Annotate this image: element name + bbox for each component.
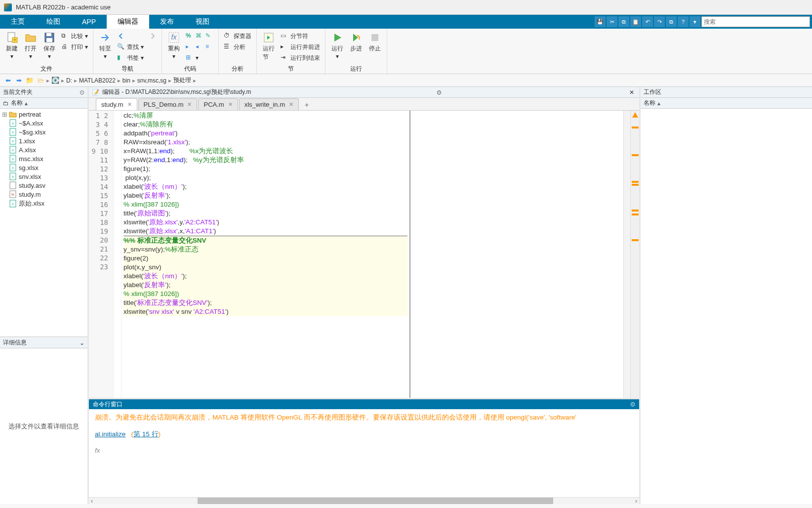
vertical-scrollbar[interactable]	[623, 111, 630, 398]
goto-button[interactable]: 转至▾	[96, 31, 114, 64]
workspace-body[interactable]	[641, 109, 812, 504]
save-button[interactable]: 保存▾	[41, 31, 58, 64]
file-row[interactable]: x1.xlsx	[0, 136, 87, 145]
tab-plots[interactable]: 绘图	[36, 15, 71, 29]
file-column-header[interactable]: 🗀 名称 ▴	[0, 98, 87, 109]
warning-mark[interactable]	[632, 239, 639, 241]
chevron-down-icon[interactable]: ⌄	[80, 339, 84, 346]
print-button[interactable]: 🖨打印▾	[59, 42, 90, 52]
drive-icon[interactable]: 💽	[50, 76, 60, 85]
tab-editor[interactable]: 编辑器	[107, 15, 149, 29]
find-button[interactable]: 🔍查找▾	[115, 42, 146, 52]
cut-icon[interactable]: ✂	[607, 16, 617, 27]
tab-home[interactable]: 主页	[0, 15, 36, 29]
undo-icon[interactable]: ↶	[642, 16, 653, 27]
nav-up-icon[interactable]: 📁	[25, 76, 35, 85]
file-row[interactable]: xsg.xlsx	[0, 163, 87, 172]
tab-apps[interactable]: APP	[71, 15, 107, 29]
command-horizontal-scrollbar[interactable]: ‹ ›	[89, 497, 639, 504]
editor-tab-pca[interactable]: PCA.m✕	[198, 98, 238, 110]
file-row[interactable]: x~$sg.xlsx	[0, 127, 87, 136]
path-drive[interactable]: D:	[65, 77, 73, 84]
file-tree[interactable]: ⊞pertreatx~$A.xlsxx~$sg.xlsxx1.xlsxxA.xl…	[0, 109, 87, 336]
search-input[interactable]	[701, 16, 810, 27]
file-row[interactable]: ⊞pertreat	[0, 110, 87, 119]
step-button[interactable]: 步进	[347, 31, 365, 64]
file-row[interactable]: xA.xlsx	[0, 145, 87, 154]
run-advance-button[interactable]: ▸运行并前进	[279, 42, 322, 52]
command-link-initialize[interactable]: al.initialize	[95, 430, 125, 438]
run-button[interactable]: 运行▾	[328, 31, 346, 64]
new-button[interactable]: +新建▾	[3, 31, 21, 64]
file-row[interactable]: fxstudy.m	[0, 190, 87, 199]
tab-view[interactable]: 视图	[185, 15, 220, 29]
command-prompt-icon[interactable]: fx	[95, 447, 633, 454]
warn-summary-icon[interactable]	[632, 112, 639, 119]
dropdown-icon[interactable]: ▾	[690, 16, 700, 27]
workspace-column-header[interactable]: 名称 ▴	[641, 98, 812, 109]
nav-fwd-icon[interactable]: ➡	[14, 76, 24, 85]
path-part-1[interactable]: bin	[122, 77, 131, 84]
add-tab-button[interactable]: +	[300, 99, 314, 110]
fold-column[interactable]	[114, 111, 122, 398]
close-tab-icon[interactable]: ✕	[228, 101, 233, 108]
file-row[interactable]: xmsc.xlsx	[0, 154, 87, 163]
editor-tab-study[interactable]: study.m✕	[96, 98, 137, 110]
file-row[interactable]: x原始.xlsx	[0, 199, 87, 209]
indent-button[interactable]: ▸◂≡	[184, 42, 215, 52]
section-break-button[interactable]: ▭分节符	[279, 31, 322, 42]
editor-tab-xls[interactable]: xls_write_in.m✕	[239, 98, 299, 110]
back-button[interactable]	[115, 31, 146, 42]
editor-split-right[interactable]	[410, 111, 623, 398]
warning-mark[interactable]	[632, 184, 639, 186]
run-section-button[interactable]: 运行 节	[260, 31, 278, 64]
code-warning-ruler[interactable]	[630, 111, 639, 398]
close-tab-icon[interactable]: ✕	[187, 101, 192, 108]
scrollbar-thumb[interactable]	[198, 498, 553, 504]
file-row[interactable]: study.asv	[0, 181, 87, 190]
copy-icon[interactable]: ⧉	[618, 16, 629, 27]
save-icon[interactable]: 💾	[595, 16, 606, 27]
path-part-3[interactable]: 预处理	[172, 76, 192, 85]
analyze-button[interactable]: ☰分析	[222, 42, 253, 52]
panel-menu-icon[interactable]: ⊙	[80, 89, 84, 96]
help-icon[interactable]: ?	[678, 16, 689, 27]
compare-button[interactable]: ⧉比较▾	[59, 31, 90, 42]
warning-mark[interactable]	[632, 210, 639, 212]
panel-menu-icon[interactable]: ⊙	[437, 89, 444, 96]
close-tab-icon[interactable]: ✕	[289, 101, 293, 108]
details-header[interactable]: 详细信息 ⌄	[0, 338, 87, 348]
panel-menu-icon[interactable]: ⊙	[630, 401, 635, 408]
nav-back-icon[interactable]: ⬅	[3, 76, 13, 85]
forward-button[interactable]	[147, 31, 159, 42]
path-part-2[interactable]: snv,msc,sg	[136, 77, 167, 84]
command-window-body[interactable]: 崩溃。为避免在此会话期间再次崩溃，MATLAB 将使用软件 OpenGL 而不再…	[89, 409, 639, 497]
warning-mark[interactable]	[632, 127, 639, 128]
file-row[interactable]: x~$A.xlsx	[0, 119, 87, 127]
switch-windows-icon[interactable]: ⧉	[666, 16, 677, 27]
tab-publish[interactable]: 发布	[149, 15, 185, 29]
redo-icon[interactable]: ↷	[654, 16, 665, 27]
bookmarks-button[interactable]: ▮书签▾	[115, 52, 146, 63]
editor-tab-pls[interactable]: PLS_Demo.m✕	[138, 98, 198, 110]
refactor-button[interactable]: fx重构▾	[165, 31, 183, 64]
close-tab-icon[interactable]: ✕	[127, 101, 132, 108]
scroll-left-icon[interactable]: ‹	[91, 498, 93, 505]
nav-browse-icon[interactable]: 🗁	[36, 76, 45, 85]
command-link-line[interactable]: 第 15 行	[133, 430, 159, 438]
warning-mark[interactable]	[632, 154, 639, 156]
warning-mark[interactable]	[632, 181, 639, 183]
path-part-0[interactable]: MATLAB2022	[78, 77, 117, 84]
code-area[interactable]: clc;%清屏clear;%清除所有addpath('pertreat')RAW…	[122, 111, 409, 398]
stop-button[interactable]: 停止	[366, 31, 384, 64]
format-button[interactable]: ⊞▾	[184, 52, 215, 63]
profiler-button[interactable]: ⏱探查器	[222, 31, 253, 42]
comment-button[interactable]: %⌘✎	[184, 31, 215, 42]
run-to-end-button[interactable]: ⇥运行到结束	[279, 52, 322, 63]
warning-mark[interactable]	[632, 213, 639, 215]
file-row[interactable]: xsnv.xlsx	[0, 172, 87, 181]
editor-body[interactable]: 1 2 3 4 5 6 7 8 9 10 11 12 13 14 15 16 1…	[89, 111, 639, 398]
open-button[interactable]: 打开▾	[22, 31, 40, 64]
close-icon[interactable]: ✕	[629, 89, 636, 96]
scroll-right-icon[interactable]: ›	[635, 498, 637, 505]
